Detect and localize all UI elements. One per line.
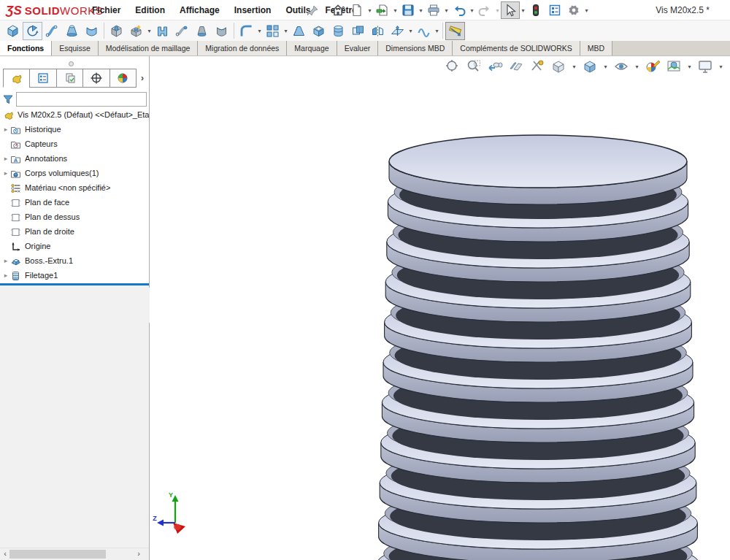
dimxpertmanager-tab[interactable] [82,69,110,88]
annotation-views-icon[interactable] [529,58,546,74]
print-dropdown[interactable]: ▾ [443,7,450,14]
zoom-area-icon[interactable] [465,58,483,74]
display-style-dropdown[interactable]: ▾ [602,64,609,70]
options-list-button[interactable] [545,1,564,19]
home-button[interactable] [328,1,347,19]
redo-button[interactable] [475,1,494,19]
open-button[interactable] [373,1,392,19]
expand-arrow-icon[interactable]: ▸ [1,155,10,162]
view-settings-dropdown[interactable]: ▾ [718,64,724,70]
displaymanager-tab[interactable] [110,69,137,88]
tab-modelisation-maillage[interactable]: Modélisation de maillage [99,41,199,55]
edit-appearance-icon[interactable] [644,58,661,74]
propertymanager-tab[interactable] [29,69,56,88]
new-document-button[interactable] [347,1,366,19]
print-button[interactable] [424,1,443,19]
tab-mbd[interactable]: MBD [580,41,612,55]
tab-fonctions[interactable]: Fonctions [0,41,52,55]
reference-geometry-button[interactable] [388,22,407,40]
reference-triad[interactable]: Y Z [151,491,196,537]
tree-item-historique[interactable]: ▸ Historique [0,122,149,137]
expand-arrow-icon[interactable]: ▸ [1,169,10,177]
tree-filter-input[interactable] [16,92,147,107]
new-document-dropdown[interactable]: ▾ [366,7,373,14]
tree-item-materiau[interactable]: Matériau <non spécifié> [0,180,149,195]
lofted-boss-button[interactable] [62,22,82,40]
view-settings-icon[interactable] [696,58,714,74]
apply-scene-dropdown[interactable]: ▾ [686,64,693,70]
view-orientation-icon[interactable] [550,58,567,74]
select-dropdown[interactable]: ▾ [520,7,526,14]
fillet-dropdown[interactable]: ▾ [256,28,263,34]
settings-gear-button[interactable] [564,1,583,19]
fillet-button[interactable] [237,22,256,40]
tree-item-origine[interactable]: Origine [0,239,149,253]
pin-menu-icon[interactable] [307,4,319,19]
tree-item-capteurs[interactable]: Capteurs [0,137,149,151]
boundary-cut-button[interactable] [212,22,231,40]
intersect-button[interactable] [348,22,368,40]
tree-item-plan-de-droite[interactable]: Plan de droite [0,224,149,239]
swept-boss-button[interactable] [42,22,62,40]
scroll-left-arrow[interactable]: ‹ [1,549,9,558]
tab-dimensions-mbd[interactable]: Dimensions MBD [378,41,453,55]
menu-fichier[interactable]: Fichier [92,5,120,15]
curves-button[interactable] [414,22,434,40]
hole-wizard-button[interactable] [126,22,146,40]
featuremanager-tree-tab[interactable] [3,69,30,88]
menu-edition[interactable]: Edition [135,5,165,15]
display-style-icon[interactable] [581,58,599,74]
panel-horizontal-scrollbar[interactable]: ‹ › [0,548,149,560]
revolve-button[interactable] [23,22,42,40]
tab-migration-donnees[interactable]: Migration de données [198,41,287,55]
linear-pattern-button[interactable] [263,22,283,40]
tab-evaluer[interactable]: Evaluer [337,41,379,55]
lofted-cut-button[interactable] [192,22,212,40]
tree-item-boss-extru1[interactable]: ▸ Boss.-Extru.1 [0,253,149,268]
tab-esquisse[interactable]: Esquisse [52,41,99,55]
configurationmanager-tab[interactable] [56,69,83,88]
extruded-cut-button[interactable] [107,22,126,40]
shell-button[interactable] [309,22,328,40]
rebuild-button[interactable] [526,1,545,19]
undo-dropdown[interactable]: ▾ [469,7,475,14]
tree-item-plan-de-dessus[interactable]: Plan de dessus [0,210,149,224]
settings-dropdown[interactable]: ▾ [583,7,590,14]
undo-button[interactable] [450,1,469,19]
view-orientation-dropdown[interactable]: ▾ [571,64,577,70]
hole-wizard-dropdown[interactable]: ▾ [146,28,153,34]
expand-arrow-icon[interactable]: ▸ [1,272,10,279]
hide-show-dropdown[interactable]: ▾ [634,64,640,70]
model-canvas[interactable] [150,56,730,560]
menu-insertion[interactable]: Insertion [234,5,272,15]
graphics-viewport[interactable]: ▾ ▾ ▾ ▾ ▾ Y Z [150,56,730,560]
reference-geometry-dropdown[interactable]: ▾ [407,28,414,34]
zoom-fit-icon[interactable] [444,58,461,74]
linear-pattern-dropdown[interactable]: ▾ [283,28,289,34]
panel-collapse-button[interactable] [69,61,74,66]
previous-view-icon[interactable] [486,58,504,74]
tab-complements-solidworks[interactable]: Compléments de SOLIDWORKS [453,41,580,55]
curves-dropdown[interactable]: ▾ [434,28,440,34]
redo-dropdown[interactable]: ▾ [494,7,501,14]
tree-item-plan-de-face[interactable]: Plan de face [0,195,149,210]
draft-button[interactable] [289,22,309,40]
select-cursor-button[interactable] [501,1,520,19]
swept-cut-button[interactable] [172,22,192,40]
expand-arrow-icon[interactable]: ▸ [1,126,10,133]
hide-show-items-icon[interactable] [612,58,630,74]
boss-extrude-button[interactable] [3,22,23,40]
tree-root-item[interactable]: Vis M20x2.5 (Défaut) <<Défaut>_Etat d'af… [0,107,149,122]
tree-item-filetage1[interactable]: ▸ Filetage1 [0,268,149,283]
apply-scene-icon[interactable] [665,58,683,74]
open-dropdown[interactable]: ▾ [392,7,399,14]
boundary-boss-button[interactable] [82,22,101,40]
menu-affichage[interactable]: Affichage [180,5,220,15]
panel-tab-expand-button[interactable]: › [137,70,147,86]
save-button[interactable] [399,1,418,19]
section-view-icon[interactable] [507,58,525,74]
tree-item-annotations[interactable]: ▸ A Annotations [0,151,149,166]
expand-arrow-icon[interactable]: ▸ [1,257,10,264]
scrollbar-thumb[interactable] [9,550,106,559]
wrap-button[interactable] [328,22,348,40]
